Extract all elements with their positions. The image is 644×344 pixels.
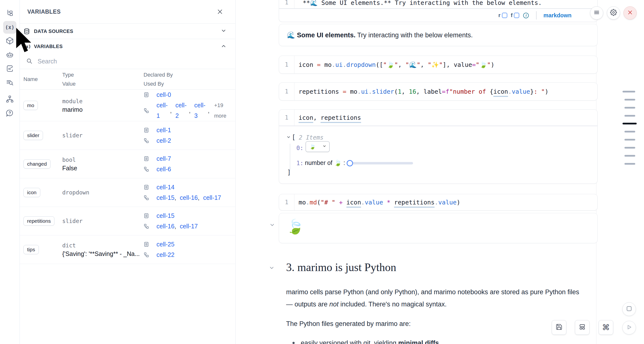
variable-name-badge[interactable]: changed: [24, 159, 50, 169]
cell-link[interactable]: cell-17: [203, 193, 221, 203]
section-data-sources[interactable]: DATA SOURCES: [20, 24, 235, 39]
variable-value: {'Saving': '**Saving** - _Na...: [62, 250, 140, 258]
variable-name-badge[interactable]: icon: [24, 188, 40, 197]
shortcuts-button[interactable]: ⌘: [598, 320, 613, 335]
minimap-marker-active[interactable]: [622, 123, 637, 124]
minimap-marker[interactable]: [624, 139, 635, 141]
section-collapse-icon[interactable]: [269, 265, 275, 272]
raw-string-checkbox-icon[interactable]: [502, 13, 507, 18]
dropdown-select[interactable]: 🍃: [306, 141, 330, 152]
run-all-button[interactable]: [622, 321, 636, 335]
used-by-icon: [144, 108, 153, 113]
info-icon[interactable]: i: [523, 13, 529, 18]
cell-link[interactable]: cell-14: [156, 182, 174, 193]
declared-by: cell-1: [144, 125, 235, 135]
output-collapse-icon[interactable]: [269, 222, 275, 229]
code-cell-dropdown[interactable]: 1 icon = mo.ui.dropdown(["🍃", "🌊", "✨"],…: [279, 56, 598, 74]
cell-link[interactable]: cell-2: [175, 100, 189, 121]
help-icon: [6, 109, 14, 118]
cell-link[interactable]: cell-1: [156, 100, 170, 121]
code-cell-tuple[interactable]: 1 icon, repetitions [ 2 Items 0: 🍃 1:: [279, 109, 598, 184]
close-icon[interactable]: [217, 8, 223, 15]
variables-panel: VARIABLES DATA SOURCES (x) VARIABLES: [20, 0, 236, 344]
cell-link[interactable]: cell-22: [156, 250, 174, 260]
cell-link[interactable]: cell-0: [156, 89, 171, 100]
chevron-down-icon: [221, 28, 226, 35]
f-string-toggle[interactable]: f: [511, 12, 512, 18]
language-badge[interactable]: markdown: [544, 12, 572, 19]
markdown-cell-editor[interactable]: 1 **🌊 Some UI elements.** Try interactin…: [279, 0, 598, 22]
tree-collapse-icon[interactable]: [286, 135, 291, 140]
cell-link[interactable]: cell-6: [156, 164, 171, 174]
sidebar-item-logs[interactable]: [3, 77, 16, 89]
declared-by: cell-25: [144, 239, 235, 250]
cell-link[interactable]: cell-16: [180, 193, 198, 203]
used-by: cell-22: [144, 250, 235, 260]
minimap-marker[interactable]: [624, 99, 635, 100]
f-string-checkbox-icon[interactable]: [514, 13, 519, 18]
used-by: cell-15, cell-16, cell-17: [144, 193, 235, 203]
sidebar-item-snippets[interactable]: [3, 63, 16, 75]
sidebar-item-help[interactable]: [3, 107, 16, 120]
cell-link[interactable]: cell-15: [156, 193, 174, 203]
variable-name-badge[interactable]: mo: [24, 101, 38, 110]
search-icon: [26, 58, 32, 65]
cell-link[interactable]: cell-25: [156, 239, 174, 250]
code-line[interactable]: mo.md("# " + icon.value * repetitions.va…: [294, 199, 460, 206]
notebook-area: 1 **🌊 Some UI elements.** Try interactin…: [236, 0, 644, 344]
used-by-icon: [144, 224, 153, 229]
file-tree-icon: [6, 9, 14, 18]
section-heading: 3. marimo is just Python: [286, 261, 396, 274]
sidebar-item-packages[interactable]: [3, 35, 16, 47]
cell-link[interactable]: cell-17: [180, 221, 198, 232]
cell-config-button[interactable]: [607, 6, 620, 19]
delete-cell-button[interactable]: [624, 6, 637, 19]
cell-link[interactable]: cell-7: [156, 153, 171, 164]
code-cell-slider[interactable]: 1 repetitions = mo.ui.slider(1, 16, labe…: [279, 82, 598, 100]
line-number: 1: [279, 0, 294, 8]
minimap-marker[interactable]: [624, 147, 635, 149]
code-line[interactable]: icon, repetitions: [294, 114, 361, 121]
cell-link[interactable]: cell-15: [156, 211, 174, 221]
sidebar-item-variables[interactable]: (x): [3, 21, 16, 34]
minimap-marker[interactable]: [624, 163, 635, 165]
slider-track[interactable]: [349, 162, 413, 164]
section-variables[interactable]: (x) VARIABLES: [20, 39, 235, 54]
variable-name-badge[interactable]: tips: [24, 245, 39, 254]
index-0-label: 0:: [296, 145, 304, 151]
variable-name-badge[interactable]: slider: [24, 131, 43, 140]
sidebar-item-file-tree[interactable]: [3, 7, 16, 20]
logs-search-icon: [6, 78, 14, 88]
cell-link[interactable]: cell-3: [194, 100, 208, 121]
declared-by-icon: [144, 127, 153, 133]
minimap-marker[interactable]: [624, 155, 635, 157]
frame-toggle-button[interactable]: [622, 302, 636, 316]
markdown-source[interactable]: **🌊 Some UI elements.** Try interacting …: [298, 0, 542, 6]
layout-toggle-button[interactable]: [575, 320, 590, 335]
cell-link[interactable]: cell-16: [156, 221, 174, 232]
cell-link[interactable]: cell-1: [156, 125, 171, 135]
code-line[interactable]: icon = mo.ui.dropdown(["🍃", "🌊", "✨"], v…: [294, 61, 494, 68]
variable-name-badge[interactable]: repetitions: [24, 216, 54, 226]
declared-by-icon: [144, 184, 153, 190]
sidebar-item-dependencies[interactable]: [3, 93, 16, 106]
section-label-variables: VARIABLES: [34, 44, 221, 49]
search-input[interactable]: [38, 58, 229, 65]
minimap-marker[interactable]: [622, 91, 635, 92]
marimo-app: (x) VARIABLES: [0, 0, 644, 344]
code-editor[interactable]: 1 **🌊 Some UI elements.** Try interactin…: [279, 0, 597, 8]
save-button[interactable]: [552, 320, 566, 335]
raw-string-toggle[interactable]: r: [498, 12, 501, 18]
minimap-marker[interactable]: [624, 107, 635, 109]
declared-by: cell-0: [144, 89, 235, 100]
minimap-marker[interactable]: [624, 131, 635, 132]
sidebar-item-ai-assistant[interactable]: [3, 49, 16, 61]
line-number: 1: [279, 56, 294, 73]
code-cell-md[interactable]: 1 mo.md("# " + icon.value * repetitions.…: [279, 194, 598, 211]
cell-menu-button[interactable]: [590, 6, 603, 19]
slider-thumb[interactable]: [347, 160, 353, 166]
table-row: icondropdowncell-14cell-15, cell-16, cel…: [20, 178, 235, 207]
code-line[interactable]: repetitions = mo.ui.slider(1, 16, label=…: [294, 88, 548, 95]
minimap-marker[interactable]: [624, 115, 635, 117]
cell-link[interactable]: cell-2: [156, 135, 171, 146]
